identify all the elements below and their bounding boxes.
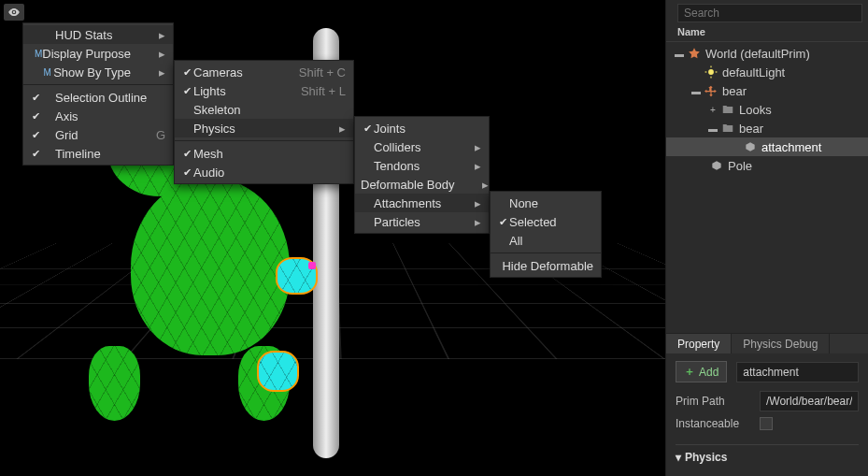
- tree-label: Looks: [739, 103, 772, 117]
- check-icon: ✔: [361, 123, 374, 135]
- svg-point-0: [13, 11, 15, 13]
- menu-item-selection-outline[interactable]: ✔Selection Outline: [23, 88, 173, 107]
- prim-name-field[interactable]: [736, 362, 859, 382]
- tab-property[interactable]: Property: [666, 334, 732, 354]
- search-container: [677, 4, 862, 22]
- chevron-right-icon: ▸: [447, 196, 481, 210]
- tree-label: bear: [739, 122, 763, 136]
- plus-icon: ＋: [684, 364, 695, 380]
- collapse-icon[interactable]: ▬: [674, 49, 685, 59]
- prim-path-label: Prim Path: [676, 395, 750, 408]
- collapse-icon[interactable]: ▬: [690, 86, 702, 96]
- menu-item-axis[interactable]: ✔Axis: [23, 107, 173, 125]
- menu-item-audio[interactable]: ✔Audio: [175, 163, 353, 181]
- prim-path-field[interactable]: [760, 391, 859, 411]
- menu-item-deformable-body[interactable]: Deformable Body▸: [355, 175, 489, 194]
- check-icon: ✔: [29, 148, 42, 160]
- stage-panel: Name ▬ World (defaultPrim) defaultLight …: [665, 0, 868, 476]
- chevron-down-icon: ▾: [676, 451, 685, 464]
- tree-row-bear-inner[interactable]: ▬ bear: [666, 119, 868, 137]
- tree-label: bear: [722, 84, 747, 98]
- search-input[interactable]: [677, 4, 862, 22]
- visibility-menu[interactable]: HUD Stats▸ MDisplay Purpose▸ MShow By Ty…: [22, 22, 174, 166]
- tree-row-world[interactable]: ▬ World (defaultPrim): [666, 44, 868, 63]
- light-icon: [704, 65, 719, 79]
- menu-item-timeline[interactable]: ✔Timeline: [23, 144, 173, 163]
- chevron-right-icon: ▸: [131, 65, 165, 79]
- eye-icon: [7, 6, 21, 19]
- tree-label: World (defaultPrim): [705, 47, 810, 61]
- menu-item-tendons[interactable]: Tendons▸: [355, 156, 489, 175]
- property-tabs: Property Physics Debug: [666, 333, 868, 355]
- menu-item-selected[interactable]: ✔Selected: [491, 212, 601, 231]
- instanceable-checkbox[interactable]: [760, 417, 773, 430]
- m-badge-icon: M: [41, 67, 53, 78]
- menu-item-attachments[interactable]: Attachments▸: [355, 194, 489, 212]
- menu-item-show-by-type[interactable]: MShow By Type▸: [23, 63, 173, 81]
- menu-item-none[interactable]: None: [491, 194, 601, 212]
- tab-physics-debug[interactable]: Physics Debug: [732, 334, 830, 354]
- menu-item-all[interactable]: All: [491, 231, 601, 250]
- menu-item-cameras[interactable]: ✔CamerasShift + C: [175, 63, 353, 81]
- check-icon: ✔: [180, 66, 193, 79]
- tree-row-defaultlight[interactable]: defaultLight: [666, 63, 868, 81]
- check-icon: ✔: [180, 85, 193, 97]
- check-icon: ✔: [29, 110, 42, 123]
- menu-item-skeleton[interactable]: Skeleton: [175, 100, 353, 119]
- chevron-right-icon: ▸: [131, 28, 165, 42]
- check-icon: ✔: [29, 92, 42, 104]
- prim-icon: [743, 139, 758, 154]
- tree-label: attachment: [761, 140, 821, 154]
- stage-tree[interactable]: ▬ World (defaultPrim) defaultLight ▬ bea…: [666, 42, 868, 182]
- world-icon: [687, 46, 702, 61]
- svg-point-1: [708, 69, 714, 75]
- tree-row-looks[interactable]: + Looks: [666, 100, 868, 119]
- show-by-type-menu[interactable]: ✔CamerasShift + C ✔LightsShift + L Skele…: [174, 60, 354, 184]
- chevron-right-icon: ▸: [311, 122, 346, 136]
- chevron-right-icon: ▸: [447, 140, 481, 154]
- physics-menu[interactable]: ✔Joints Colliders▸ Tendons▸ Deformable B…: [354, 116, 490, 234]
- collapse-icon[interactable]: ▬: [707, 123, 719, 134]
- menu-item-joints[interactable]: ✔Joints: [355, 119, 489, 137]
- property-panel: ＋Add Prim Path Instanceable ▾Physics: [666, 353, 868, 476]
- attachments-menu[interactable]: None ✔Selected All Hide Deformable: [490, 191, 602, 278]
- folder-icon: [720, 121, 735, 136]
- tree-row-attachment[interactable]: attachment: [666, 137, 868, 156]
- m-badge-icon: M: [35, 49, 42, 59]
- add-button[interactable]: ＋Add: [676, 361, 727, 382]
- chevron-right-icon: ▸: [454, 178, 489, 192]
- menu-item-grid[interactable]: ✔GridG: [23, 125, 173, 144]
- menu-item-display-purpose[interactable]: MDisplay Purpose▸: [23, 44, 173, 63]
- tree-label: defaultLight: [722, 65, 785, 79]
- expand-icon[interactable]: +: [707, 105, 719, 115]
- check-icon: ✔: [180, 148, 193, 160]
- physics-section-header[interactable]: ▾Physics: [676, 444, 859, 468]
- chevron-right-icon: ▸: [447, 215, 481, 229]
- chevron-right-icon: ▸: [447, 159, 481, 173]
- menu-item-hud-stats[interactable]: HUD Stats▸: [23, 25, 173, 44]
- instanceable-label: Instanceable: [676, 417, 750, 430]
- menu-item-physics[interactable]: Physics▸: [175, 119, 353, 137]
- menu-item-lights[interactable]: ✔LightsShift + L: [175, 81, 353, 100]
- tree-label: Pole: [728, 159, 752, 173]
- menu-item-particles[interactable]: Particles▸: [355, 212, 489, 231]
- xform-icon: [704, 83, 719, 98]
- tree-header-name: Name: [666, 24, 868, 42]
- check-icon: ✔: [496, 216, 509, 228]
- menu-item-mesh[interactable]: ✔Mesh: [175, 144, 353, 163]
- prim-icon: [709, 158, 724, 173]
- visibility-eye-button[interactable]: [4, 4, 24, 21]
- check-icon: ✔: [29, 129, 42, 141]
- check-icon: ✔: [180, 166, 193, 179]
- tree-row-pole[interactable]: Pole: [666, 156, 868, 175]
- menu-item-colliders[interactable]: Colliders▸: [355, 137, 489, 156]
- menu-item-hide-deformable[interactable]: Hide Deformable: [491, 256, 601, 275]
- chevron-right-icon: ▸: [131, 47, 165, 61]
- folder-icon: [720, 102, 735, 117]
- tree-row-bear[interactable]: ▬ bear: [666, 81, 868, 100]
